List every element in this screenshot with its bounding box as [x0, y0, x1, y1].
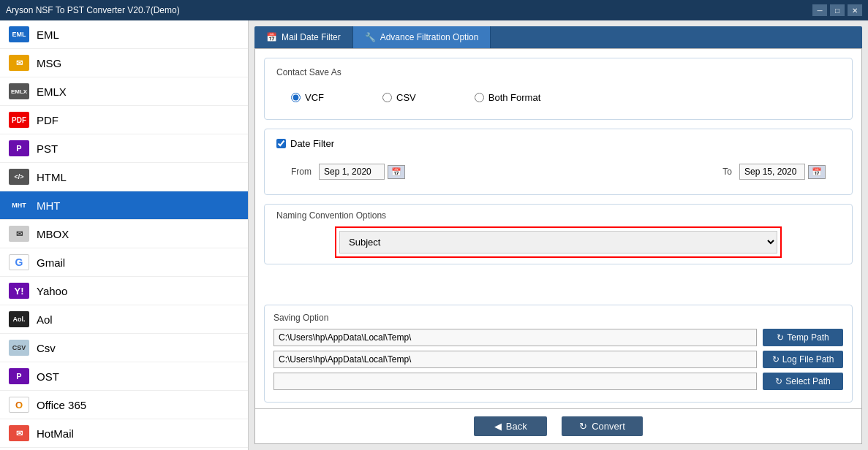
minimize-button[interactable]: ─ [812, 4, 827, 16]
contact-save-as-section: Contact Save As VCF CSV Both Format [264, 58, 853, 120]
sidebar: EML EML ✉ MSG EMLX EMLX PDF PDF P PST </… [0, 20, 249, 450]
temp-path-row: ↻ Temp Path [273, 329, 843, 346]
sidebar-item-gmail[interactable]: G Gmail [0, 248, 248, 277]
date-filter-checkbox[interactable] [276, 139, 286, 148]
sidebar-item-csv[interactable]: CSV Csv [0, 334, 248, 362]
close-button[interactable]: ✕ [848, 4, 862, 16]
select-path-row: ↻ Select Path [273, 373, 843, 390]
sidebar-item-pst[interactable]: P PST [0, 134, 248, 163]
sidebar-item-yahoo[interactable]: Y! Yahoo [0, 277, 248, 305]
vcf-label: VCF [305, 92, 324, 103]
select-path-icon: ↻ [775, 376, 782, 386]
tab-mail-date-filter-label: Mail Date Filter [282, 32, 341, 42]
csv-icon: CSV [9, 340, 29, 356]
mht-icon: MHT [9, 197, 29, 213]
to-date-group: 📅 [739, 164, 826, 180]
tab-advance-filtration-label: Advance Filtration Option [380, 32, 479, 42]
log-file-path-input[interactable] [273, 351, 757, 368]
app-title: Aryson NSF To PST Converter V20.7(Demo) [6, 5, 180, 15]
scrollable-content: Contact Save As VCF CSV Both Format [255, 49, 861, 305]
sidebar-item-office365[interactable]: O Office 365 [0, 391, 248, 419]
temp-path-button[interactable]: ↻ Temp Path [763, 329, 843, 346]
both-format-radio-item[interactable]: Both Format [475, 92, 541, 103]
naming-select-wrapper: Subject Date Sender Receiver [335, 226, 782, 258]
date-filter-section: Date Filter From 📅 To 📅 [264, 129, 853, 195]
tab-mail-date-filter[interactable]: 📅 Mail Date Filter [254, 26, 353, 48]
select-path-input[interactable] [273, 373, 757, 390]
sidebar-label-office365: Office 365 [37, 399, 86, 411]
both-format-radio[interactable] [475, 93, 484, 102]
from-date-group: 📅 [319, 164, 405, 180]
bottom-bar: ◀ Back ↻ Convert [255, 408, 861, 443]
content-area: Contact Save As VCF CSV Both Format [254, 48, 862, 444]
mbox-icon: ✉ [9, 226, 29, 242]
msg-icon: ✉ [9, 55, 29, 71]
sidebar-label-csv: Csv [37, 342, 56, 354]
log-file-path-row: ↻ Log File Path [273, 351, 843, 368]
sidebar-item-msg[interactable]: ✉ MSG [0, 49, 248, 77]
maximize-button[interactable]: □ [830, 4, 845, 16]
sidebar-item-pdf[interactable]: PDF PDF [0, 106, 248, 134]
vcf-radio-item[interactable]: VCF [291, 92, 324, 103]
office365-icon: O [9, 397, 29, 413]
tab-advance-filtration[interactable]: 🔧 Advance Filtration Option [353, 26, 491, 48]
eml-icon: EML [9, 26, 29, 42]
sidebar-item-ost[interactable]: P OST [0, 362, 248, 391]
window-controls: ─ □ ✕ [812, 4, 862, 16]
csv-radio[interactable] [382, 93, 392, 102]
from-date-input[interactable] [319, 164, 385, 180]
advance-filtration-icon: 🔧 [365, 32, 376, 42]
sidebar-item-mht[interactable]: MHT MHT [0, 191, 248, 220]
log-file-path-icon: ↻ [772, 354, 780, 365]
sidebar-item-eml[interactable]: EML EML [0, 20, 248, 49]
yahoo-icon: Y! [9, 283, 29, 299]
csv-label: CSV [396, 92, 416, 103]
sidebar-label-emlx: EMLX [37, 85, 67, 98]
from-date-picker-btn[interactable]: 📅 [388, 165, 405, 179]
sidebar-label-hotmail: HotMail [37, 427, 74, 440]
contact-save-as-label: Contact Save As [276, 67, 840, 77]
both-format-label: Both Format [488, 92, 541, 103]
emlx-icon: EMLX [9, 83, 29, 99]
temp-path-btn-label: Temp Path [787, 332, 829, 343]
back-label: Back [506, 421, 527, 432]
mail-date-filter-icon: 📅 [266, 32, 277, 42]
temp-path-input[interactable] [273, 329, 757, 346]
sidebar-label-aol: Aol [37, 313, 53, 326]
vcf-radio[interactable] [291, 93, 301, 102]
date-filter-header: Date Filter [276, 138, 840, 149]
sidebar-item-hotmail[interactable]: ✉ HotMail [0, 419, 248, 448]
back-icon: ◀ [494, 421, 502, 432]
from-label: From [291, 167, 312, 177]
sidebar-label-gmail: Gmail [37, 256, 65, 269]
convert-icon: ↻ [579, 421, 587, 432]
sidebar-label-pst: PST [37, 142, 58, 155]
sidebar-item-emlx[interactable]: EMLX EMLX [0, 77, 248, 106]
naming-convention-label: Naming Convention Options [276, 210, 840, 221]
hotmail-icon: ✉ [9, 425, 29, 441]
sidebar-item-aol[interactable]: Aol. Aol [0, 305, 248, 334]
pst-icon: P [9, 140, 29, 156]
to-date-picker-btn[interactable]: 📅 [808, 165, 826, 179]
sidebar-item-mbox[interactable]: ✉ MBOX [0, 220, 248, 248]
convert-label: Convert [592, 421, 625, 432]
convert-button[interactable]: ↻ Convert [562, 416, 643, 436]
to-label: To [722, 167, 732, 177]
csv-radio-item[interactable]: CSV [382, 92, 416, 103]
select-path-btn-label: Select Path [785, 376, 830, 386]
app-container: EML EML ✉ MSG EMLX EMLX PDF PDF P PST </… [0, 20, 868, 450]
naming-convention-section: Naming Convention Options Subject Date S… [264, 204, 853, 264]
log-file-path-button[interactable]: ↻ Log File Path [763, 351, 843, 368]
saving-option-section: Saving Option ↻ Temp Path ↻ Log File Pat… [264, 305, 853, 403]
saving-option-label: Saving Option [273, 313, 843, 323]
to-date-input[interactable] [739, 164, 805, 180]
sidebar-label-yahoo: Yahoo [37, 285, 67, 297]
back-button[interactable]: ◀ Back [474, 416, 547, 436]
sidebar-label-eml: EML [37, 28, 59, 41]
sidebar-item-html[interactable]: </> HTML [0, 163, 248, 191]
naming-convention-select[interactable]: Subject Date Sender Receiver [339, 231, 777, 253]
sidebar-label-msg: MSG [37, 57, 61, 69]
log-file-path-btn-label: Log File Path [782, 354, 834, 365]
title-bar: Aryson NSF To PST Converter V20.7(Demo) … [0, 0, 868, 20]
select-path-button[interactable]: ↻ Select Path [763, 373, 843, 390]
